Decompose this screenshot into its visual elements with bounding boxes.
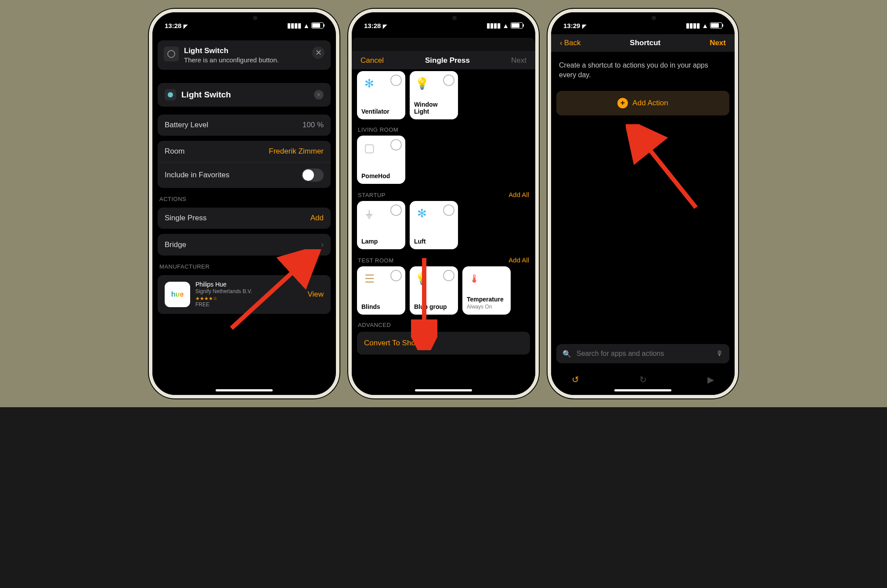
selection-circle-icon[interactable] bbox=[390, 270, 402, 281]
wifi-icon: ▲ bbox=[502, 22, 509, 29]
tile-label: Window Light bbox=[414, 101, 454, 115]
tile-window-light[interactable]: 💡 Window Light bbox=[410, 71, 458, 119]
chevron-left-icon: ‹ bbox=[560, 39, 562, 47]
cancel-button[interactable]: Cancel bbox=[361, 56, 384, 65]
tile-label: Ventilator bbox=[361, 108, 401, 115]
tile-ventilator[interactable]: ✻ Ventilator bbox=[357, 71, 405, 119]
sheet-header: Cancel Single Press Next bbox=[352, 51, 535, 69]
tile-sublabel: Always On bbox=[467, 304, 492, 310]
sheet-title: Single Press bbox=[425, 56, 470, 65]
selection-circle-icon[interactable] bbox=[443, 204, 454, 216]
search-input[interactable] bbox=[576, 349, 712, 358]
room-cell[interactable]: Room Frederik Zimmer bbox=[158, 141, 331, 162]
manufacturer-cell[interactable]: hue Philips Hue Signify Netherlands B.V.… bbox=[158, 275, 331, 314]
bridge-cell[interactable]: Bridge › bbox=[158, 234, 331, 255]
wifi-icon: ▲ bbox=[303, 22, 310, 29]
selection-circle-icon[interactable] bbox=[443, 270, 454, 281]
star-rating-icon: ★★★★☆ bbox=[195, 295, 302, 301]
convert-to-shortcut-button[interactable]: Convert To Shortcut bbox=[357, 332, 530, 355]
status-time: 13:29 bbox=[563, 22, 580, 29]
tile-label: Temperature bbox=[467, 296, 504, 303]
selection-circle-icon[interactable] bbox=[443, 75, 454, 86]
add-all-testroom-button[interactable]: Add All bbox=[508, 256, 529, 264]
close-icon[interactable]: ✕ bbox=[312, 47, 325, 59]
wifi-icon: ▲ bbox=[702, 22, 708, 29]
notch bbox=[599, 12, 687, 25]
banner-title: Light Switch bbox=[184, 47, 307, 55]
outlet-icon: ⏚ bbox=[361, 205, 377, 221]
switch-icon bbox=[164, 47, 179, 61]
single-press-label: Single Press bbox=[165, 214, 206, 222]
manufacturer-view-button[interactable]: View bbox=[307, 290, 324, 299]
home-indicator[interactable] bbox=[614, 389, 671, 391]
bulb-icon: 💡 bbox=[414, 271, 430, 287]
search-field[interactable]: 🔍 🎙 bbox=[556, 344, 729, 363]
phone-2-single-press-sheet: 13:28 ◤ ▮▮▮▮ ▲ Cancel Single Press Next … bbox=[348, 9, 539, 398]
nav-title: Shortcut bbox=[630, 39, 660, 47]
section-living-room: LIVING ROOM bbox=[358, 126, 398, 133]
search-icon: 🔍 bbox=[562, 350, 571, 358]
tile-blinds[interactable]: ☰ Blinds bbox=[357, 266, 405, 315]
manufacturer-header: MANUFACTURER bbox=[159, 263, 329, 270]
bridge-label: Bridge bbox=[165, 240, 186, 249]
undo-button[interactable]: ↺ bbox=[569, 373, 582, 386]
accessory-color-icon bbox=[165, 89, 176, 100]
single-press-cell[interactable]: Single Press Add bbox=[158, 208, 331, 229]
battery-level-label: Battery Level bbox=[165, 121, 208, 129]
battery-level-value: 100 % bbox=[303, 121, 324, 129]
phone-1-accessory-settings: 13:28 ◤ ▮▮▮▮ ▲ Light Switch There is an … bbox=[149, 9, 339, 398]
manufacturer-company: Signify Netherlands B.V. bbox=[195, 288, 302, 295]
room-value: Frederik Zimmer bbox=[269, 147, 324, 156]
next-button[interactable]: Next bbox=[511, 56, 526, 65]
tile-label: Luft bbox=[414, 238, 454, 245]
battery-icon bbox=[311, 22, 324, 29]
notch bbox=[400, 12, 487, 25]
bulb-icon: 💡 bbox=[414, 75, 430, 91]
tile-label: Blinds bbox=[361, 303, 401, 310]
favorites-toggle[interactable] bbox=[302, 169, 324, 182]
room-label: Room bbox=[165, 147, 184, 156]
fan-icon: ✻ bbox=[361, 75, 377, 91]
selection-circle-icon[interactable] bbox=[390, 139, 402, 151]
single-press-add-button[interactable]: Add bbox=[310, 214, 324, 222]
tile-luft[interactable]: ✻ Luft bbox=[410, 201, 458, 249]
tile-label: Blub group bbox=[414, 303, 454, 310]
run-button: ▶ bbox=[704, 373, 717, 386]
unconfigured-banner: Light Switch There is an unconfigured bu… bbox=[158, 40, 331, 70]
tile-blub-group[interactable]: 💡 Blub group bbox=[410, 266, 458, 315]
tile-lamp[interactable]: ⏚ Lamp bbox=[357, 201, 405, 249]
signal-icon: ▮▮▮▮ bbox=[686, 22, 700, 29]
tile-pomehod[interactable]: ▢ PomeHod bbox=[357, 136, 405, 184]
thermometer-icon: 🌡 bbox=[467, 271, 483, 287]
home-indicator[interactable] bbox=[216, 389, 273, 391]
tile-temperature[interactable]: 🌡 Temperature Always On bbox=[462, 266, 511, 315]
plus-icon: ＋ bbox=[617, 98, 628, 108]
selection-circle-icon[interactable] bbox=[390, 204, 402, 216]
nav-bar: ‹Back Shortcut Next bbox=[551, 34, 735, 52]
tile-label: Lamp bbox=[361, 238, 401, 245]
next-button[interactable]: Next bbox=[710, 39, 726, 47]
battery-icon bbox=[710, 22, 722, 29]
blinds-icon: ☰ bbox=[361, 271, 377, 287]
favorites-cell: Include in Favorites bbox=[158, 162, 331, 188]
section-test-room: TEST ROOM bbox=[358, 257, 394, 264]
location-icon: ◤ bbox=[184, 23, 187, 29]
accessory-name-field[interactable]: Light Switch ✕ bbox=[158, 83, 331, 107]
status-time: 13:28 bbox=[364, 22, 381, 29]
shortcut-description: Create a shortcut to actions you do in y… bbox=[559, 61, 727, 80]
redo-button: ↻ bbox=[636, 373, 649, 386]
clear-text-icon[interactable]: ✕ bbox=[314, 90, 324, 100]
add-action-button[interactable]: ＋ Add Action bbox=[556, 91, 729, 115]
hue-logo-icon: hue bbox=[165, 282, 190, 307]
manufacturer-price: FREE bbox=[195, 301, 302, 308]
back-button[interactable]: ‹Back bbox=[560, 39, 581, 47]
fan-icon: ✻ bbox=[414, 205, 430, 221]
battery-icon bbox=[511, 22, 523, 29]
microphone-icon[interactable]: 🎙 bbox=[716, 350, 723, 358]
add-all-startup-button[interactable]: Add All bbox=[508, 191, 529, 198]
selection-circle-icon[interactable] bbox=[390, 75, 402, 86]
add-action-label: Add Action bbox=[632, 99, 668, 108]
section-startup: STARTUP bbox=[358, 192, 386, 198]
home-indicator[interactable] bbox=[415, 389, 472, 391]
chevron-right-icon: › bbox=[321, 240, 324, 249]
